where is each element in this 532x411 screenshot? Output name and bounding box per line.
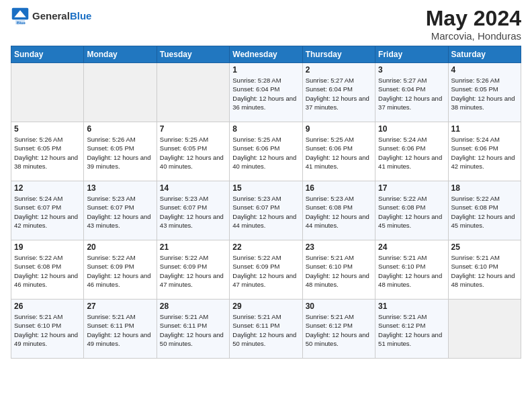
calendar-week-row: 1Sunrise: 5:28 AM Sunset: 6:04 PM Daylig…	[11, 63, 521, 122]
weekday-header: Tuesday	[157, 46, 229, 63]
day-number: 31	[378, 302, 445, 311]
day-info: Sunrise: 5:27 AM Sunset: 6:04 PM Dayligh…	[306, 76, 372, 111]
day-info: Sunrise: 5:22 AM Sunset: 6:08 PM Dayligh…	[378, 194, 445, 230]
calendar-cell	[448, 300, 521, 359]
day-number: 26	[14, 302, 81, 311]
calendar-cell: 14Sunrise: 5:23 AM Sunset: 6:07 PM Dayli…	[157, 181, 229, 240]
day-number: 19	[14, 242, 81, 252]
calendar-page: Blue GeneralBlue May 2024 Marcovia, Hond…	[0, 0, 532, 411]
calendar-week-row: 5Sunrise: 5:26 AM Sunset: 6:05 PM Daylig…	[11, 122, 521, 181]
day-info: Sunrise: 5:22 AM Sunset: 6:08 PM Dayligh…	[14, 253, 81, 289]
calendar-week-row: 12Sunrise: 5:24 AM Sunset: 6:07 PM Dayli…	[11, 181, 521, 240]
calendar-table: SundayMondayTuesdayWednesdayThursdayFrid…	[11, 46, 521, 359]
weekday-header: Sunday	[11, 46, 84, 63]
weekday-header: Thursday	[302, 46, 375, 63]
calendar-cell: 20Sunrise: 5:22 AM Sunset: 6:09 PM Dayli…	[84, 240, 157, 300]
day-number: 9	[306, 124, 372, 134]
day-info: Sunrise: 5:23 AM Sunset: 6:07 PM Dayligh…	[160, 194, 226, 230]
calendar-week-row: 19Sunrise: 5:22 AM Sunset: 6:08 PM Dayli…	[11, 240, 521, 300]
day-info: Sunrise: 5:23 AM Sunset: 6:07 PM Dayligh…	[87, 194, 153, 230]
calendar-cell: 2Sunrise: 5:27 AM Sunset: 6:04 PM Daylig…	[302, 63, 375, 122]
day-number: 30	[306, 302, 372, 311]
day-info: Sunrise: 5:22 AM Sunset: 6:08 PM Dayligh…	[451, 194, 518, 230]
day-info: Sunrise: 5:21 AM Sunset: 6:11 PM Dayligh…	[160, 312, 226, 348]
day-number: 28	[160, 302, 226, 311]
calendar-cell: 24Sunrise: 5:21 AM Sunset: 6:10 PM Dayli…	[375, 240, 448, 300]
day-number: 14	[160, 183, 226, 193]
calendar-cell: 19Sunrise: 5:22 AM Sunset: 6:08 PM Dayli…	[11, 240, 84, 300]
day-info: Sunrise: 5:24 AM Sunset: 6:06 PM Dayligh…	[378, 135, 445, 171]
page-header: Blue GeneralBlue May 2024 Marcovia, Hond…	[11, 7, 521, 42]
day-number: 25	[451, 242, 518, 252]
calendar-cell: 13Sunrise: 5:23 AM Sunset: 6:07 PM Dayli…	[84, 181, 157, 240]
calendar-cell	[84, 63, 157, 122]
day-info: Sunrise: 5:26 AM Sunset: 6:05 PM Dayligh…	[451, 76, 518, 111]
day-number: 17	[378, 183, 445, 193]
calendar-cell: 25Sunrise: 5:21 AM Sunset: 6:10 PM Dayli…	[448, 240, 521, 300]
calendar-cell: 17Sunrise: 5:22 AM Sunset: 6:08 PM Dayli…	[375, 181, 448, 240]
weekday-header: Wednesday	[230, 46, 302, 63]
day-info: Sunrise: 5:24 AM Sunset: 6:07 PM Dayligh…	[14, 194, 81, 230]
day-number: 20	[87, 242, 153, 252]
day-number: 5	[14, 124, 81, 134]
logo-icon: Blue	[11, 7, 30, 26]
day-number: 15	[232, 183, 299, 193]
day-info: Sunrise: 5:21 AM Sunset: 6:10 PM Dayligh…	[306, 253, 372, 289]
calendar-cell: 29Sunrise: 5:21 AM Sunset: 6:11 PM Dayli…	[230, 300, 302, 359]
day-number: 3	[378, 65, 445, 75]
calendar-cell: 31Sunrise: 5:21 AM Sunset: 6:12 PM Dayli…	[375, 300, 448, 359]
day-info: Sunrise: 5:25 AM Sunset: 6:06 PM Dayligh…	[306, 135, 372, 171]
calendar-cell: 23Sunrise: 5:21 AM Sunset: 6:10 PM Dayli…	[302, 240, 375, 300]
calendar-cell: 15Sunrise: 5:23 AM Sunset: 6:07 PM Dayli…	[230, 181, 302, 240]
calendar-cell: 7Sunrise: 5:25 AM Sunset: 6:05 PM Daylig…	[157, 122, 229, 181]
day-number: 18	[451, 183, 518, 193]
logo-text: GeneralBlue	[32, 10, 91, 22]
calendar-cell: 11Sunrise: 5:24 AM Sunset: 6:06 PM Dayli…	[448, 122, 521, 181]
calendar-cell: 10Sunrise: 5:24 AM Sunset: 6:06 PM Dayli…	[375, 122, 448, 181]
logo: Blue GeneralBlue	[11, 7, 91, 26]
day-info: Sunrise: 5:21 AM Sunset: 6:12 PM Dayligh…	[306, 312, 372, 348]
calendar-week-row: 26Sunrise: 5:21 AM Sunset: 6:10 PM Dayli…	[11, 300, 521, 359]
day-number: 27	[87, 302, 153, 311]
day-number: 23	[306, 242, 372, 252]
day-number: 10	[378, 124, 445, 134]
calendar-cell	[11, 63, 84, 122]
day-number: 7	[160, 124, 226, 134]
day-info: Sunrise: 5:21 AM Sunset: 6:10 PM Dayligh…	[451, 253, 518, 289]
day-number: 4	[451, 65, 518, 75]
calendar-cell: 30Sunrise: 5:21 AM Sunset: 6:12 PM Dayli…	[302, 300, 375, 359]
day-info: Sunrise: 5:22 AM Sunset: 6:09 PM Dayligh…	[232, 253, 299, 289]
day-number: 1	[232, 65, 299, 75]
day-number: 12	[14, 183, 81, 193]
weekday-header-row: SundayMondayTuesdayWednesdayThursdayFrid…	[11, 46, 521, 63]
calendar-cell: 8Sunrise: 5:25 AM Sunset: 6:06 PM Daylig…	[230, 122, 302, 181]
logo-general: General	[32, 10, 70, 21]
weekday-header: Saturday	[448, 46, 521, 63]
day-number: 6	[87, 124, 153, 134]
day-info: Sunrise: 5:24 AM Sunset: 6:06 PM Dayligh…	[451, 135, 518, 171]
day-info: Sunrise: 5:27 AM Sunset: 6:04 PM Dayligh…	[378, 76, 445, 111]
calendar-cell: 12Sunrise: 5:24 AM Sunset: 6:07 PM Dayli…	[11, 181, 84, 240]
calendar-cell: 1Sunrise: 5:28 AM Sunset: 6:04 PM Daylig…	[230, 63, 302, 122]
calendar-cell: 5Sunrise: 5:26 AM Sunset: 6:05 PM Daylig…	[11, 122, 84, 181]
weekday-header: Monday	[84, 46, 157, 63]
svg-text:Blue: Blue	[17, 20, 26, 25]
day-number: 16	[306, 183, 372, 193]
day-info: Sunrise: 5:21 AM Sunset: 6:11 PM Dayligh…	[232, 312, 299, 348]
day-info: Sunrise: 5:25 AM Sunset: 6:05 PM Dayligh…	[160, 135, 226, 171]
day-info: Sunrise: 5:25 AM Sunset: 6:06 PM Dayligh…	[232, 135, 299, 171]
month-title: May 2024	[426, 7, 521, 30]
calendar-cell: 28Sunrise: 5:21 AM Sunset: 6:11 PM Dayli…	[157, 300, 229, 359]
calendar-cell	[157, 63, 229, 122]
calendar-cell: 18Sunrise: 5:22 AM Sunset: 6:08 PM Dayli…	[448, 181, 521, 240]
title-block: May 2024 Marcovia, Honduras	[426, 7, 521, 42]
calendar-cell: 9Sunrise: 5:25 AM Sunset: 6:06 PM Daylig…	[302, 122, 375, 181]
location-title: Marcovia, Honduras	[426, 30, 521, 42]
calendar-cell: 27Sunrise: 5:21 AM Sunset: 6:11 PM Dayli…	[84, 300, 157, 359]
calendar-cell: 3Sunrise: 5:27 AM Sunset: 6:04 PM Daylig…	[375, 63, 448, 122]
day-number: 8	[232, 124, 299, 134]
calendar-cell: 16Sunrise: 5:23 AM Sunset: 6:08 PM Dayli…	[302, 181, 375, 240]
calendar-cell: 21Sunrise: 5:22 AM Sunset: 6:09 PM Dayli…	[157, 240, 229, 300]
day-info: Sunrise: 5:26 AM Sunset: 6:05 PM Dayligh…	[14, 135, 81, 171]
day-info: Sunrise: 5:28 AM Sunset: 6:04 PM Dayligh…	[232, 76, 299, 111]
